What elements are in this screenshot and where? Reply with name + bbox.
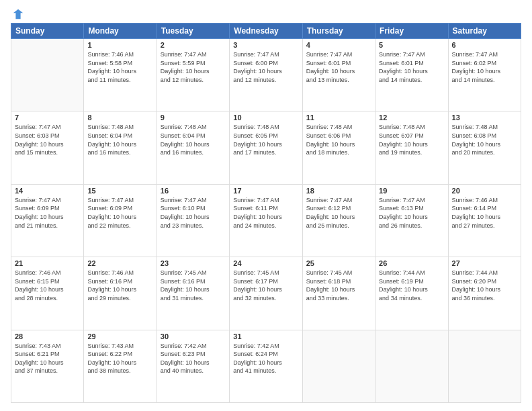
day-info: Sunrise: 7:46 AMSunset: 5:58 PMDaylight:… [87, 50, 152, 84]
calendar-cell: 14Sunrise: 7:47 AMSunset: 6:09 PMDayligh… [11, 184, 84, 257]
day-info: Sunrise: 7:47 AMSunset: 6:01 PMDaylight:… [379, 50, 444, 84]
day-info: Sunrise: 7:47 AMSunset: 6:13 PMDaylight:… [379, 196, 444, 230]
logo-flag-icon [12, 8, 24, 20]
calendar-cell: 10Sunrise: 7:48 AMSunset: 6:05 PMDayligh… [230, 111, 302, 184]
day-info: Sunrise: 7:46 AMSunset: 6:16 PMDaylight:… [87, 269, 152, 302]
day-info: Sunrise: 7:48 AMSunset: 6:04 PMDaylight:… [87, 123, 152, 156]
day-number: 11 [306, 113, 371, 122]
day-number: 8 [87, 113, 152, 122]
day-info: Sunrise: 7:47 AMSunset: 6:11 PMDaylight:… [233, 196, 298, 230]
week-row-3: 14Sunrise: 7:47 AMSunset: 6:09 PMDayligh… [11, 184, 521, 257]
day-number: 15 [87, 187, 152, 195]
calendar-cell: 13Sunrise: 7:48 AMSunset: 6:08 PMDayligh… [448, 111, 521, 184]
calendar-cell [11, 39, 84, 111]
day-info: Sunrise: 7:48 AMSunset: 6:06 PMDaylight:… [306, 123, 371, 156]
calendar-cell: 22Sunrise: 7:46 AMSunset: 6:16 PMDayligh… [84, 257, 157, 330]
calendar-cell: 23Sunrise: 7:45 AMSunset: 6:16 PMDayligh… [157, 257, 229, 330]
calendar-cell: 4Sunrise: 7:47 AMSunset: 6:01 PMDaylight… [302, 39, 375, 111]
day-number: 20 [452, 187, 517, 195]
day-info: Sunrise: 7:47 AMSunset: 6:00 PMDaylight:… [233, 50, 298, 84]
calendar-cell: 21Sunrise: 7:46 AMSunset: 6:15 PMDayligh… [11, 257, 84, 330]
week-row-4: 21Sunrise: 7:46 AMSunset: 6:15 PMDayligh… [11, 257, 521, 330]
calendar-cell [302, 330, 375, 402]
day-number: 22 [87, 259, 152, 267]
calendar-cell: 28Sunrise: 7:43 AMSunset: 6:21 PMDayligh… [11, 330, 84, 402]
day-number: 27 [452, 259, 517, 267]
calendar-cell: 6Sunrise: 7:47 AMSunset: 6:02 PMDaylight… [448, 39, 521, 111]
weekday-header-monday: Monday [84, 24, 157, 39]
day-number: 12 [379, 113, 444, 122]
day-info: Sunrise: 7:44 AMSunset: 6:20 PMDaylight:… [452, 269, 517, 302]
header [11, 8, 521, 17]
calendar-cell: 8Sunrise: 7:48 AMSunset: 6:04 PMDaylight… [84, 111, 157, 184]
weekday-header-tuesday: Tuesday [157, 24, 229, 39]
day-info: Sunrise: 7:47 AMSunset: 6:01 PMDaylight:… [306, 50, 371, 84]
calendar-cell: 12Sunrise: 7:48 AMSunset: 6:07 PMDayligh… [375, 111, 448, 184]
calendar-cell: 2Sunrise: 7:47 AMSunset: 5:59 PMDaylight… [157, 39, 229, 111]
day-number: 7 [15, 113, 80, 122]
day-info: Sunrise: 7:47 AMSunset: 6:10 PMDaylight:… [161, 196, 226, 230]
calendar-cell: 1Sunrise: 7:46 AMSunset: 5:58 PMDaylight… [84, 39, 157, 111]
day-number: 10 [233, 113, 298, 122]
calendar-cell: 25Sunrise: 7:45 AMSunset: 6:18 PMDayligh… [302, 257, 375, 330]
weekday-header-sunday: Sunday [11, 24, 84, 39]
calendar-cell: 20Sunrise: 7:46 AMSunset: 6:14 PMDayligh… [448, 184, 521, 257]
page: SundayMondayTuesdayWednesdayThursdayFrid… [0, 0, 532, 411]
day-number: 18 [306, 187, 371, 195]
day-info: Sunrise: 7:45 AMSunset: 6:18 PMDaylight:… [306, 269, 371, 302]
calendar-cell: 17Sunrise: 7:47 AMSunset: 6:11 PMDayligh… [230, 184, 302, 257]
day-info: Sunrise: 7:42 AMSunset: 6:24 PMDaylight:… [233, 342, 298, 375]
day-number: 23 [161, 259, 226, 267]
day-info: Sunrise: 7:48 AMSunset: 6:07 PMDaylight:… [379, 123, 444, 156]
day-info: Sunrise: 7:46 AMSunset: 6:14 PMDaylight:… [452, 196, 517, 230]
calendar-cell [375, 330, 448, 402]
day-number: 5 [379, 41, 444, 49]
week-row-1: 1Sunrise: 7:46 AMSunset: 5:58 PMDaylight… [11, 39, 521, 111]
day-info: Sunrise: 7:43 AMSunset: 6:21 PMDaylight:… [15, 342, 80, 375]
calendar-cell: 5Sunrise: 7:47 AMSunset: 6:01 PMDaylight… [375, 39, 448, 111]
logo [11, 8, 24, 17]
day-info: Sunrise: 7:47 AMSunset: 6:12 PMDaylight:… [306, 196, 371, 230]
day-info: Sunrise: 7:48 AMSunset: 6:04 PMDaylight:… [161, 123, 226, 156]
week-row-5: 28Sunrise: 7:43 AMSunset: 6:21 PMDayligh… [11, 330, 521, 402]
week-row-2: 7Sunrise: 7:47 AMSunset: 6:03 PMDaylight… [11, 111, 521, 184]
day-info: Sunrise: 7:47 AMSunset: 6:02 PMDaylight:… [452, 50, 517, 84]
day-number: 19 [379, 187, 444, 195]
calendar-table: SundayMondayTuesdayWednesdayThursdayFrid… [11, 23, 521, 403]
calendar-cell: 16Sunrise: 7:47 AMSunset: 6:10 PMDayligh… [157, 184, 229, 257]
calendar-cell: 24Sunrise: 7:45 AMSunset: 6:17 PMDayligh… [230, 257, 302, 330]
day-number: 25 [306, 259, 371, 267]
day-info: Sunrise: 7:47 AMSunset: 6:09 PMDaylight:… [15, 196, 80, 230]
day-number: 13 [452, 113, 517, 122]
day-info: Sunrise: 7:43 AMSunset: 6:22 PMDaylight:… [87, 342, 152, 375]
calendar-cell: 11Sunrise: 7:48 AMSunset: 6:06 PMDayligh… [302, 111, 375, 184]
calendar-cell: 26Sunrise: 7:44 AMSunset: 6:19 PMDayligh… [375, 257, 448, 330]
day-number: 28 [15, 332, 80, 340]
day-info: Sunrise: 7:47 AMSunset: 6:03 PMDaylight:… [15, 123, 80, 156]
day-number: 24 [233, 259, 298, 267]
calendar-cell: 9Sunrise: 7:48 AMSunset: 6:04 PMDaylight… [157, 111, 229, 184]
calendar-cell: 19Sunrise: 7:47 AMSunset: 6:13 PMDayligh… [375, 184, 448, 257]
day-info: Sunrise: 7:47 AMSunset: 6:09 PMDaylight:… [87, 196, 152, 230]
day-number: 2 [161, 41, 226, 49]
day-number: 3 [233, 41, 298, 49]
calendar-cell: 29Sunrise: 7:43 AMSunset: 6:22 PMDayligh… [84, 330, 157, 402]
calendar-cell [448, 330, 521, 402]
day-info: Sunrise: 7:48 AMSunset: 6:05 PMDaylight:… [233, 123, 298, 156]
weekday-header-thursday: Thursday [302, 24, 375, 39]
calendar-cell: 7Sunrise: 7:47 AMSunset: 6:03 PMDaylight… [11, 111, 84, 184]
day-info: Sunrise: 7:48 AMSunset: 6:08 PMDaylight:… [452, 123, 517, 156]
day-info: Sunrise: 7:44 AMSunset: 6:19 PMDaylight:… [379, 269, 444, 302]
svg-marker-0 [13, 9, 23, 19]
calendar-cell: 27Sunrise: 7:44 AMSunset: 6:20 PMDayligh… [448, 257, 521, 330]
weekday-header-friday: Friday [375, 24, 448, 39]
calendar-cell: 30Sunrise: 7:42 AMSunset: 6:23 PMDayligh… [157, 330, 229, 402]
day-number: 21 [15, 259, 80, 267]
day-number: 6 [452, 41, 517, 49]
day-number: 1 [87, 41, 152, 49]
day-info: Sunrise: 7:47 AMSunset: 5:59 PMDaylight:… [161, 50, 226, 84]
calendar-cell: 31Sunrise: 7:42 AMSunset: 6:24 PMDayligh… [230, 330, 302, 402]
weekday-header-row: SundayMondayTuesdayWednesdayThursdayFrid… [11, 24, 521, 39]
calendar-cell: 15Sunrise: 7:47 AMSunset: 6:09 PMDayligh… [84, 184, 157, 257]
day-number: 14 [15, 187, 80, 195]
